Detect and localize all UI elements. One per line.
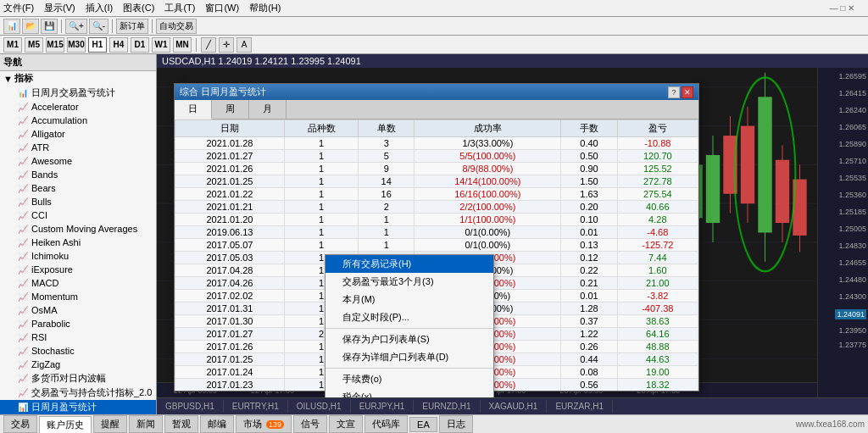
sidebar-item-22[interactable]: 📈 交易盈亏与持合统计指标_2.0 [0,386,156,400]
sidebar-label-3: Alligator [31,129,65,139]
toolbar-1: 📊 📂 💾 🔍+ 🔍- 新订单 自动交易 [0,17,868,36]
bottom-tab-log[interactable]: 日志 [439,415,473,433]
bottom-tab-market[interactable]: 市场 139 [236,415,292,433]
tf-m5[interactable]: M5 [25,37,43,53]
chart-tab-xagaud[interactable]: XAGAUD,H1 [481,400,548,413]
market-badge: 139 [266,420,284,429]
zoom-out-btn[interactable]: 🔍- [89,19,108,34]
bottom-tab-alerts[interactable]: 提醒 [93,415,127,433]
tf-mn[interactable]: MN [173,37,192,53]
chart-main[interactable]: 1.26595 1.26415 1.26240 1.26065 1.25890 … [157,68,868,397]
bottom-tab-account-history[interactable]: 账户历史 [39,416,92,433]
table-row-7-date: 2019.06.13 [175,226,285,239]
sidebar-item-16[interactable]: 📈 OsMA [0,303,156,317]
sidebar-label-9: CCI [31,210,47,220]
sidebar-item-2[interactable]: 📈 Accumulation [0,114,156,127]
sidebar-item-3[interactable]: 📈 Alligator [0,127,156,141]
menu-insert[interactable]: 插入(I) [86,2,113,14]
sidebar-item-21[interactable]: 📈 多货币对日内波幅 [0,371,156,386]
sidebar-group-indicators[interactable]: ▼ 指标 [0,71,156,86]
indicator-icon-11: 📈 [17,236,29,248]
ctx-3months[interactable]: 交易盈亏最近3个月(3) [326,273,493,291]
ctx-custom-period[interactable]: 自定义时段(P)... [326,308,493,326]
ctx-commission[interactable]: 手续费(o) [326,370,493,388]
ctx-this-month[interactable]: 本月(M) [326,291,493,308]
menu-file[interactable]: 文件(F) [3,2,34,14]
ctx-tax[interactable]: 税金(x) [326,388,493,397]
sidebar-item-14[interactable]: 📈 MACD [0,276,156,290]
sidebar-item-9[interactable]: 📈 CCI [0,208,156,222]
chart-tab-eurnzd[interactable]: EURNZD,H1 [414,400,480,413]
menu-view[interactable]: 显示(V) [44,2,75,14]
chart-tab-eurjpy[interactable]: EURJPY,H1 [351,400,415,413]
chart-tab-gbpusd[interactable]: GBPUSD,H1 [157,400,224,413]
line-tool-btn[interactable]: ╱ [201,37,216,53]
tab-month[interactable]: 月 [249,100,287,119]
menu-help[interactable]: 帮助(H) [249,2,281,14]
table-row-2-products: 1 [284,163,358,175]
menu-tools[interactable]: 工具(T) [164,2,195,14]
menu-window[interactable]: 窗口(W) [205,2,239,14]
table-row-0-trades: 3 [359,137,415,150]
tf-d1[interactable]: D1 [131,37,149,53]
tab-day[interactable]: 日 [175,100,212,119]
new-order-btn[interactable]: 新订单 [116,19,148,34]
sidebar-item-13[interactable]: 📈 iExposure [0,263,156,276]
sidebar-item-stochastic[interactable]: 📈 Stochastic [0,344,156,358]
open-btn[interactable]: 📂 [22,19,39,34]
save-btn[interactable]: 💾 [41,19,58,34]
modal-help-btn[interactable]: ? [668,86,680,98]
tf-m30[interactable]: M30 [67,37,86,53]
tf-h4[interactable]: H4 [109,37,128,53]
sidebar-item-18[interactable]: 📈 RSI [0,330,156,344]
sidebar-item-17[interactable]: 📈 Parabolic [0,317,156,330]
ctx-save-account-list[interactable]: 保存为户口列表单(S) [326,330,493,348]
text-tool-btn[interactable]: A [236,37,252,53]
tf-w1[interactable]: W1 [152,37,170,53]
sidebar-item-custom-ma[interactable]: 📈 Custom Moving Averages [0,222,156,236]
sidebar-item-20[interactable]: 📈 ZigZag [0,358,156,371]
cross-tool-btn[interactable]: ✛ [219,37,234,53]
bottom-tab-trades[interactable]: 交易 [3,415,37,433]
chart-tab-eurzar[interactable]: EURZAR,H1 [547,400,613,413]
tf-m15[interactable]: M15 [46,37,64,53]
ctx-all-records[interactable]: 所有交易记录(H) [326,255,493,273]
bottom-tab-ea[interactable]: EA [409,417,437,432]
zoom-in-btn[interactable]: 🔍+ [65,19,87,34]
bottom-tab-pause[interactable]: 暂观 [164,415,198,433]
bottom-tab-mail[interactable]: 邮编 [200,415,234,433]
sidebar-item-23[interactable]: 📊 日周月盈亏统计 [0,400,156,414]
table-row-18-date: 2017.01.24 [175,366,285,379]
sidebar-label-1: Accelerator [31,102,79,112]
sidebar-item-6[interactable]: 📈 Bands [0,168,156,181]
sidebar-item-0[interactable]: 📊 日周月交易盈亏统计 [0,86,156,100]
table-row-14-profit: 38.63 [617,315,698,328]
bottom-tab-promo[interactable]: 文宣 [329,415,363,433]
ctx-save-detailed-list[interactable]: 保存为详细户口列表单(D) [326,348,493,366]
sidebar-item-1[interactable]: 📈 Accelerator [0,100,156,114]
tf-h1[interactable]: H1 [88,37,107,53]
sidebar-item-5[interactable]: 📈 Awesome [0,154,156,168]
sidebar-item-15[interactable]: 📈 Momentum [0,290,156,303]
auto-trade-btn[interactable]: 自动交易 [156,19,197,34]
bottom-tab-codebase[interactable]: 代码库 [364,415,408,433]
tab-week[interactable]: 周 [212,100,249,119]
modal-close-btn[interactable]: ✕ [682,86,693,98]
indicator-icon-7: 📈 [17,182,29,194]
sidebar-item-4[interactable]: 📈 ATR [0,141,156,154]
sidebar-item-12[interactable]: 📈 Ichimoku [0,249,156,263]
chart-tab-eurtry[interactable]: EURTRY,H1 [224,400,288,413]
price-8: 1.25360 [838,191,866,199]
sidebar-item-11[interactable]: 📈 Heiken Ashi [0,236,156,249]
bottom-tab-news[interactable]: 新闻 [129,415,163,433]
chart-titlebar: USDCAD,H1 1.24019 1.24121 1.23995 1.2409… [157,54,868,68]
menu-chart[interactable]: 图表(C) [123,2,154,14]
indicator-icon-9: 📈 [17,209,29,221]
sidebar-item-7[interactable]: 📈 Bears [0,181,156,195]
tf-m1[interactable]: M1 [3,37,22,53]
bottom-tab-signals[interactable]: 信号 [293,415,327,433]
new-chart-btn[interactable]: 📊 [3,19,20,34]
sidebar-item-8[interactable]: 📈 Bulls [0,195,156,208]
sidebar-group-label: 指标 [14,72,33,85]
chart-tab-oilusd[interactable]: OILUSD,H1 [288,400,351,413]
